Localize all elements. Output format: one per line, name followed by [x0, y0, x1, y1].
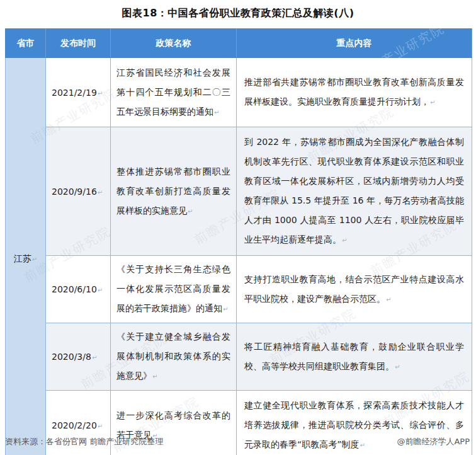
- table-header-row: 省市 发布时间 政策名称 重点内容: [6, 29, 472, 58]
- policy-table: 省市 发布时间 政策名称 重点内容 江苏↵ 2021/2/19↵ 江苏省国民经济…: [5, 28, 472, 455]
- table-row: 2020/6/10↵ 《关于支持长三角生态绿色一体化发展示范区高质量发展的若干政…: [6, 256, 472, 323]
- content-cell: 推进部省共建苏锡常都市圈职业教育改革创新高质量发展样板建设。实施职业教育质量提升…: [237, 58, 472, 127]
- header-content: 重点内容: [237, 29, 472, 58]
- content-cell: 到 2022 年，苏锡常都市圈成为全国深化产教融合体制机制改革先行区、现代职业教…: [237, 127, 472, 256]
- credit-note: @前瞻经济学人APP: [397, 436, 470, 447]
- header-policy: 政策名称: [111, 29, 237, 58]
- province-label: 江苏: [14, 253, 31, 263]
- return-mark: ↵: [98, 423, 103, 430]
- policy-value: 进一步深化高考综合改革的若干意见: [116, 410, 230, 440]
- date-cell: 2020/3/8↵: [46, 323, 111, 391]
- content-cell: 将工匠精神培育融入基础教育，鼓励企业联合职业学校、高等学校共同组建职业教育集团。…: [237, 323, 472, 391]
- content-cell: 支持打造职业教育高地，结合示范区产业特点建设高水平职业院校，建设产教融合示范区。…: [237, 256, 472, 323]
- policy-value: 江苏省国民经济和社会发展第十四个五年规划和二〇三五年远景目标纲要的通知: [116, 67, 230, 117]
- table-row: 2020/9/16↵ 整体推进苏锡常都市圈职业教育改革创新打造高质量发展样板的实…: [6, 127, 472, 256]
- return-mark: ↵: [92, 354, 97, 361]
- policy-cell: 《关于建立健全城乡融合发展体制机制和政策体系的实施意见》↵: [111, 323, 237, 391]
- content-value: 到 2022 年，苏锡常都市圈成为全国深化产教融合体制机制改革先行区、现代职业教…: [244, 137, 464, 245]
- date-value: 2020/9/16: [52, 187, 97, 197]
- header-province: 省市: [6, 29, 46, 58]
- content-value: 支持打造职业教育高地，结合示范区产业特点建设高水平职业院校，建设产教融合示范区。: [244, 274, 464, 304]
- return-mark: ↵: [395, 364, 400, 371]
- return-mark: ↵: [152, 373, 157, 380]
- return-mark: ↵: [214, 109, 219, 116]
- page-footer: 资料来源：各省份官网 前瞻产业研究院整理 @前瞻经济学人APP: [0, 436, 476, 447]
- header-date: 发布时间: [46, 29, 111, 58]
- date-value: 2020/3/8: [52, 352, 91, 362]
- return-mark: ↵: [98, 287, 103, 294]
- policy-cell: 整体推进苏锡常都市圈职业教育改革创新打造高质量发展样板的实施意见↵: [111, 127, 237, 256]
- date-value: 2020/2/20: [52, 420, 97, 430]
- return-mark: ↵: [223, 306, 228, 313]
- return-mark: ↵: [342, 237, 347, 244]
- policy-value: 整体推进苏锡常都市圈职业教育改革创新打造高质量发展样板的实施意见: [116, 166, 230, 216]
- policy-value: 《关于支持长三角生态绿色一体化发展示范区高质量发展的若干政策措施》的通知: [116, 264, 230, 313]
- return-mark: ↵: [386, 296, 391, 303]
- return-mark: ↵: [98, 189, 103, 196]
- date-cell: 2021/2/19↵: [46, 58, 111, 127]
- return-mark: ↵: [32, 256, 37, 263]
- date-cell: 2020/9/16↵: [46, 127, 111, 256]
- source-note: 资料来源：各省份官网 前瞻产业研究院整理: [5, 436, 163, 447]
- return-mark: ↵: [98, 90, 103, 97]
- page-title: 图表18：中国各省份职业教育政策汇总及解读(八): [0, 7, 476, 20]
- date-value: 2021/2/19: [52, 88, 97, 98]
- policy-value: 《关于建立健全城乡融合发展体制机制和政策体系的实施意见》: [116, 331, 230, 381]
- return-mark: ↵: [188, 208, 193, 215]
- table-row: 江苏↵ 2021/2/19↵ 江苏省国民经济和社会发展第十四个五年规划和二〇三五…: [6, 58, 472, 127]
- date-value: 2020/6/10: [52, 284, 97, 294]
- policy-cell: 《关于支持长三角生态绿色一体化发展示范区高质量发展的若干政策措施》的通知↵: [111, 256, 237, 323]
- return-mark: ↵: [430, 99, 435, 106]
- province-cell: 江苏↵: [6, 58, 46, 455]
- policy-cell: 江苏省国民经济和社会发展第十四个五年规划和二〇三五年远景目标纲要的通知↵: [111, 58, 237, 127]
- date-cell: 2020/6/10↵: [46, 256, 111, 323]
- table-row: 2020/3/8↵ 《关于建立健全城乡融合发展体制机制和政策体系的实施意见》↵ …: [6, 323, 472, 391]
- content-value: 将工匠精神培育融入基础教育，鼓励企业联合职业学校、高等学校共同组建职业教育集团。: [244, 342, 464, 371]
